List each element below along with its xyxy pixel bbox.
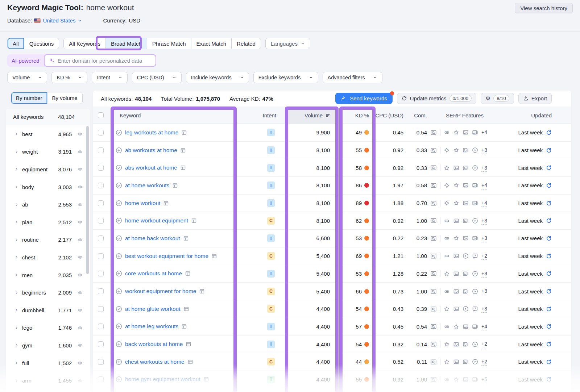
eye-icon[interactable]: [77, 132, 83, 137]
filter-advanced-filters[interactable]: Advanced filters: [323, 72, 382, 83]
tab-exact-match[interactable]: Exact Match: [191, 38, 232, 49]
serp-more-link[interactable]: +3: [481, 287, 487, 295]
serp-preview-icon[interactable]: [430, 147, 437, 154]
sidebar-item-routine[interactable]: routine 2,177: [6, 231, 90, 249]
serp-page-icon[interactable]: [180, 147, 186, 153]
serp-preview-icon[interactable]: [430, 306, 437, 312]
check-circle-icon[interactable]: [116, 235, 122, 242]
tab-broad-match[interactable]: Broad Match: [105, 38, 147, 49]
eye-icon[interactable]: [77, 325, 83, 330]
row-checkbox[interactable]: [98, 306, 104, 312]
serp-page-icon[interactable]: [186, 341, 191, 347]
refresh-icon[interactable]: [546, 359, 552, 365]
refresh-icon[interactable]: [546, 306, 552, 312]
check-circle-icon[interactable]: [116, 129, 122, 136]
plus-circle-icon[interactable]: [116, 270, 122, 277]
serp-page-icon[interactable]: [183, 235, 189, 241]
row-checkbox[interactable]: [98, 253, 104, 259]
eye-icon[interactable]: [77, 272, 83, 278]
column-header-volume[interactable]: Volume: [279, 107, 335, 124]
serp-page-icon[interactable]: [199, 288, 205, 294]
serp-more-link[interactable]: +4: [481, 129, 487, 136]
keyword-link[interactable]: abs workout at home: [125, 164, 177, 171]
keyword-link[interactable]: chest workouts at home: [125, 359, 185, 365]
eye-icon[interactable]: [77, 308, 83, 313]
eye-icon[interactable]: [77, 360, 83, 366]
select-all-column[interactable]: [93, 112, 109, 118]
refresh-icon[interactable]: [546, 341, 552, 347]
plus-circle-icon[interactable]: [116, 376, 122, 383]
refresh-icon[interactable]: [546, 235, 552, 241]
eye-icon[interactable]: [77, 378, 83, 383]
column-header-cpc[interactable]: CPC (USD): [374, 112, 404, 118]
keyword-link[interactable]: best workout equipment for home: [125, 253, 208, 259]
row-checkbox[interactable]: [98, 183, 104, 188]
serp-page-icon[interactable]: [163, 200, 169, 206]
serp-page-icon[interactable]: [187, 359, 193, 365]
tab-phrase-match[interactable]: Phrase Match: [147, 38, 191, 49]
row-checkbox[interactable]: [98, 200, 104, 206]
refresh-icon[interactable]: [546, 271, 552, 276]
keyword-link[interactable]: at home glute workout: [125, 306, 181, 312]
eye-icon[interactable]: [77, 290, 83, 295]
eye-icon[interactable]: [77, 255, 83, 260]
keyword-link[interactable]: at home back workout: [125, 235, 180, 242]
sidebar-item-equipment[interactable]: equipment 3,076: [6, 160, 90, 178]
refresh-icon[interactable]: [546, 147, 552, 153]
serp-preview-icon[interactable]: [430, 323, 437, 330]
by-volume-tab[interactable]: By volume: [47, 92, 82, 104]
refresh-icon[interactable]: [546, 376, 552, 382]
row-checkbox[interactable]: [98, 130, 104, 135]
eye-icon[interactable]: [77, 220, 83, 225]
keyword-link[interactable]: leg workouts at home: [125, 129, 178, 136]
plus-circle-icon[interactable]: [116, 147, 122, 154]
eye-icon[interactable]: [77, 184, 83, 189]
all-keywords-summary[interactable]: All keywords 48,104: [6, 109, 90, 125]
column-header-com[interactable]: Com.: [404, 112, 428, 118]
column-header-intent[interactable]: Intent: [235, 112, 279, 118]
row-checkbox[interactable]: [98, 359, 104, 365]
view-search-history-button[interactable]: View search history: [515, 3, 573, 13]
serp-preview-icon[interactable]: [430, 129, 437, 136]
check-circle-icon[interactable]: [116, 306, 122, 312]
plus-circle-icon[interactable]: [116, 217, 122, 224]
plus-circle-icon[interactable]: [116, 341, 122, 347]
tab-related[interactable]: Related: [231, 38, 261, 49]
check-circle-icon[interactable]: [116, 164, 122, 171]
serp-preview-icon[interactable]: [430, 217, 437, 224]
plus-circle-icon[interactable]: [116, 359, 122, 365]
serp-preview-icon[interactable]: [430, 288, 437, 295]
keyword-link[interactable]: at home leg workouts: [125, 323, 178, 330]
keyword-link[interactable]: home workout equipment: [125, 217, 188, 224]
plus-circle-icon[interactable]: [116, 323, 122, 330]
serp-more-link[interactable]: +3: [481, 217, 487, 225]
serp-more-link[interactable]: +5: [481, 376, 487, 383]
eye-icon[interactable]: [77, 343, 83, 348]
sidebar-item-ab[interactable]: ab 2,553: [6, 196, 90, 213]
sidebar-item-plan[interactable]: plan 2,512: [6, 213, 90, 231]
column-header-updated[interactable]: Updated: [499, 112, 571, 118]
serp-more-link[interactable]: +3: [481, 164, 487, 172]
serp-preview-icon[interactable]: [430, 182, 437, 189]
serp-preview-icon[interactable]: [430, 270, 437, 277]
serp-preview-icon[interactable]: [430, 376, 437, 383]
sidebar-item-lego[interactable]: lego 1,746: [6, 319, 90, 337]
sidebar-item-gym[interactable]: gym 1,600: [6, 337, 90, 354]
serp-page-icon[interactable]: [191, 218, 197, 224]
keyword-link[interactable]: back workouts at home: [125, 341, 183, 347]
column-header-kd[interactable]: KD %: [335, 112, 374, 118]
serp-page-icon[interactable]: [181, 130, 187, 135]
filter-intent[interactable]: Intent: [92, 72, 127, 83]
serp-page-icon[interactable]: [203, 376, 209, 382]
row-checkbox[interactable]: [98, 376, 104, 382]
keyword-link[interactable]: at home workouts: [125, 182, 169, 189]
languages-dropdown[interactable]: Languages: [265, 38, 310, 49]
eye-icon[interactable]: [77, 237, 83, 242]
keyword-link[interactable]: home workout: [125, 200, 160, 207]
eye-icon[interactable]: [77, 149, 83, 154]
serp-preview-icon[interactable]: [430, 200, 437, 207]
refresh-icon[interactable]: [546, 218, 552, 224]
refresh-icon[interactable]: [546, 324, 552, 329]
column-header-keyword[interactable]: Keyword: [109, 112, 235, 118]
tab-all-keywords[interactable]: All Keywords: [64, 38, 105, 49]
